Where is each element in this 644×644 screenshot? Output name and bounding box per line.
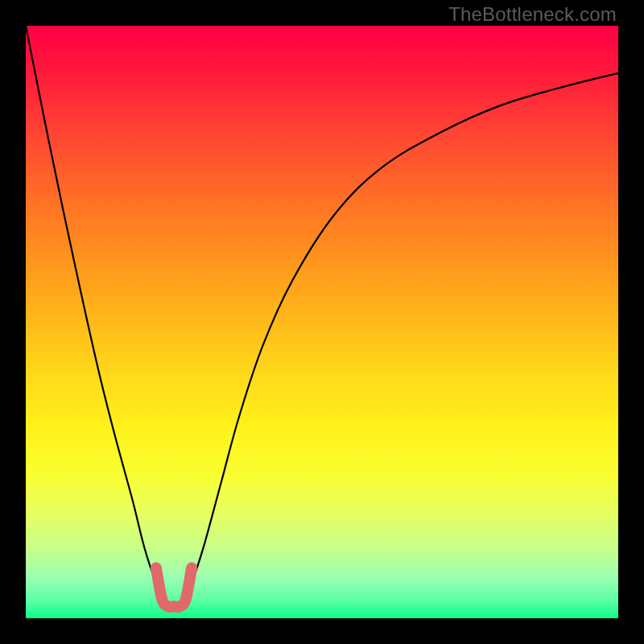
curve-main — [26, 26, 618, 606]
chart-frame: TheBottleneck.com — [0, 0, 644, 644]
watermark-link[interactable]: TheBottleneck.com — [448, 3, 617, 26]
bottleneck-marker — [156, 568, 192, 607]
curve-svg — [26, 26, 618, 618]
